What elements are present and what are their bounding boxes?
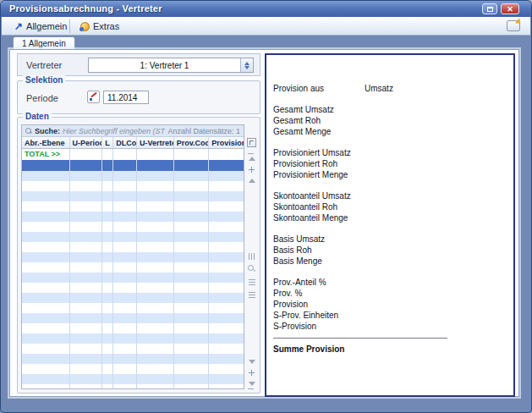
provision-aus-label: Provision aus <box>273 84 324 93</box>
scroll-to-bottom-icon[interactable] <box>247 379 256 388</box>
column-header-l[interactable]: L <box>102 137 113 148</box>
export-window-icon[interactable] <box>507 20 520 31</box>
selektion-caption: Selektion <box>23 75 65 85</box>
grid-search-bar: Suche: Anzahl Datensätze: 1 <box>22 125 244 137</box>
grid-selected-row[interactable] <box>22 160 244 171</box>
provisioniert-menge-label: Provisioniert Menge <box>273 170 513 181</box>
arrow-ne-icon: ↗ <box>14 21 23 31</box>
selektion-groupbox: Selektion Periode <box>17 80 261 114</box>
daten-caption: Daten <box>23 112 52 121</box>
data-grid: Suche: Anzahl Datensätze: 1 Abr.-Ebene U… <box>21 124 244 389</box>
app-window: Provisionsabrechnung - Vertreter ✕ ↗ All… <box>0 0 532 413</box>
skontoanteil-menge-label: Skontoanteil Menge <box>273 213 513 224</box>
prov-anteil-label: Prov.-Anteil % <box>273 278 513 289</box>
content-panel: Vertreter 1: Vertreter 1 Selektion Perio… <box>9 49 519 397</box>
gesamt-umsatz-label: Gesamt Umsatz <box>273 105 513 116</box>
titlebar[interactable]: Provisionsabrechnung - Vertreter ✕ <box>1 1 531 17</box>
column-chooser-icon[interactable] <box>247 138 256 147</box>
tab-strip: 1 Allgemein <box>2 36 530 49</box>
skontoanteil-roh-label: Skontoanteil Roh <box>273 202 513 213</box>
summe-provision-label: Summe Provision <box>273 344 513 354</box>
toolbar: ↗ Allgemein Extras <box>2 17 530 36</box>
column-header-u-periode[interactable]: U-Periode <box>70 137 103 148</box>
search-icon <box>25 128 32 135</box>
summary-icon[interactable] <box>247 290 256 300</box>
column-header-abr-ebene[interactable]: Abr.-Ebene <box>22 137 70 148</box>
details-panel: Provision aus Umsatz Gesamt Umsatz Gesam… <box>265 53 515 397</box>
toolbar-allgemein-button[interactable]: ↗ Allgemein <box>8 19 73 34</box>
grid-body: TOTAL >> <box>22 149 244 388</box>
row-insert-icon[interactable] <box>247 165 256 174</box>
window-title: Provisionsabrechnung - Vertreter <box>9 3 162 14</box>
periode-label: Periode <box>26 93 58 103</box>
grid-side-toolbar <box>246 124 257 389</box>
tab-allgemein-label: 1 Allgemein <box>22 39 66 48</box>
details-separator <box>273 338 447 339</box>
record-count: Anzahl Datensätze: 1 <box>167 127 240 135</box>
scroll-up-icon[interactable] <box>247 176 256 185</box>
spin-down-icon <box>244 66 250 69</box>
vertreter-combobox-value: 1: Vertreter 1 <box>89 61 240 70</box>
gesamt-menge-label: Gesamt Menge <box>273 127 513 138</box>
daten-groupbox: Daten Suche: Anzahl Datensätze: 1 Abr.-E… <box>17 117 261 394</box>
basis-umsatz-label: Basis Umsatz <box>273 234 513 245</box>
date-picker-icon[interactable] <box>87 91 100 103</box>
column-header-dlcode[interactable]: DLCode <box>113 137 137 148</box>
scroll-to-top-icon[interactable] <box>247 154 256 163</box>
prov-prozent-label: Prov. % <box>273 289 513 300</box>
extras-icon <box>80 22 90 31</box>
s-provision-label: S-Provision <box>273 322 513 333</box>
row-append-icon[interactable] <box>247 368 256 377</box>
column-header-u-vertreter[interactable]: U-Vertreter <box>137 137 174 148</box>
provisioniert-roh-label: Provisioniert Roh <box>273 159 513 170</box>
vertreter-panel: Vertreter 1: Vertreter 1 <box>17 53 261 76</box>
s-prov-einheiten-label: S-Prov. Einheiten <box>273 311 513 322</box>
provision-label: Provision <box>273 300 513 311</box>
toolbar-extras-button[interactable]: Extras <box>74 19 125 34</box>
search-label: Suche: <box>35 127 60 135</box>
basis-menge-label: Basis Menge <box>273 256 513 267</box>
scroll-down-icon[interactable] <box>247 357 256 366</box>
toolbar-separator <box>69 19 70 33</box>
skontoanteil-umsatz-label: Skontoanteil Umsatz <box>273 191 513 202</box>
basis-roh-label: Basis Roh <box>273 245 513 256</box>
spin-up-icon <box>244 62 250 65</box>
vertreter-label: Vertreter <box>26 60 62 70</box>
grid-empty-rows[interactable] <box>22 171 244 388</box>
zoom-search-icon[interactable] <box>247 264 256 273</box>
spinner-updown-icon[interactable] <box>240 58 253 72</box>
filter-icon[interactable] <box>247 278 256 287</box>
column-header-provision[interactable]: Provision € <box>209 137 244 148</box>
search-input[interactable] <box>63 127 165 135</box>
restore-button[interactable] <box>482 3 497 14</box>
toolbar-extras-label: Extras <box>93 21 119 31</box>
scroll-bottom-line <box>248 388 254 389</box>
column-header-prov-code[interactable]: Prov.Code <box>174 137 210 148</box>
provisioniert-umsatz-label: Provisioniert Umsatz <box>273 148 513 159</box>
grid-total-row[interactable]: TOTAL >> <box>22 149 244 160</box>
tab-allgemein[interactable]: 1 Allgemein <box>13 36 75 49</box>
columns-layout-icon[interactable] <box>247 251 256 261</box>
restore-icon <box>487 7 493 12</box>
close-icon: ✕ <box>507 5 513 14</box>
toolbar-allgemein-label: Allgemein <box>26 21 67 31</box>
grid-header-row: Abr.-Ebene U-Periode L DLCode U-Vertrete… <box>22 137 244 149</box>
provision-aus-value: Umsatz <box>365 84 393 94</box>
periode-input[interactable] <box>103 91 149 104</box>
close-button[interactable]: ✕ <box>501 3 519 14</box>
vertreter-combobox[interactable]: 1: Vertreter 1 <box>88 58 254 73</box>
gesamt-roh-label: Gesamt Roh <box>273 116 513 127</box>
